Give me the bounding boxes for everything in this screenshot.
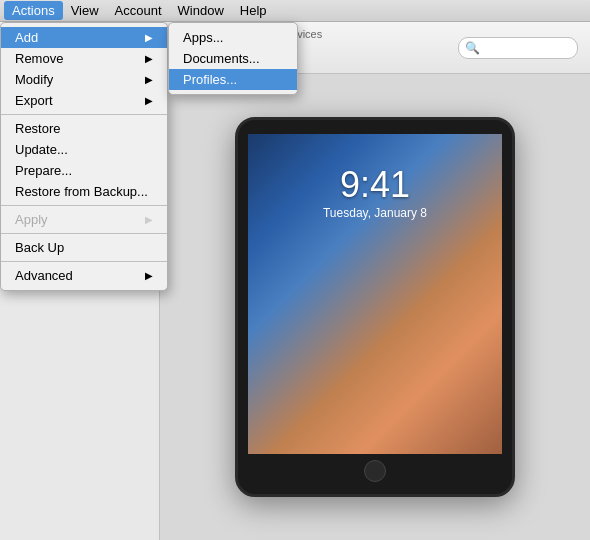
submenu-item-profiles[interactable]: Profiles...: [169, 69, 297, 90]
menubar-help[interactable]: Help: [232, 1, 275, 20]
menu-item-update[interactable]: Update...: [1, 139, 167, 160]
search-icon: 🔍: [465, 41, 480, 55]
submenu-arrow-advanced: ▶: [145, 270, 153, 281]
menu-item-add[interactable]: Add ▶: [1, 27, 167, 48]
submenu-item-apps[interactable]: Apps...: [169, 27, 297, 48]
main-content: 9:41 Tuesday, January 8: [160, 74, 590, 540]
submenu-arrow-remove: ▶: [145, 53, 153, 64]
menu-sep-4: [1, 261, 167, 262]
menu-item-prepare[interactable]: Prepare...: [1, 160, 167, 181]
ipad-body: 9:41 Tuesday, January 8: [235, 117, 515, 497]
menu-item-restore-backup[interactable]: Restore from Backup...: [1, 181, 167, 202]
menubar-account[interactable]: Account: [107, 1, 170, 20]
ipad-date: Tuesday, January 8: [323, 206, 427, 220]
menu-item-advanced[interactable]: Advanced ▶: [1, 265, 167, 286]
menu-item-export[interactable]: Export ▶: [1, 90, 167, 111]
search-box[interactable]: 🔍: [458, 37, 578, 59]
search-input[interactable]: [483, 41, 573, 55]
submenu-arrow-export: ▶: [145, 95, 153, 106]
menubar-window[interactable]: Window: [170, 1, 232, 20]
menubar: Actions View Account Window Help: [0, 0, 590, 22]
submenu-arrow-modify: ▶: [145, 74, 153, 85]
submenu-item-documents[interactable]: Documents...: [169, 48, 297, 69]
menu-item-backup[interactable]: Back Up: [1, 237, 167, 258]
ipad-screen: 9:41 Tuesday, January 8: [248, 134, 502, 454]
menu-sep-1: [1, 114, 167, 115]
menubar-actions[interactable]: Actions: [4, 1, 63, 20]
ipad-time: 9:41: [340, 164, 410, 206]
submenu-arrow-apply: ▶: [145, 214, 153, 225]
menu-item-restore[interactable]: Restore: [1, 118, 167, 139]
ipad-home-button: [364, 460, 386, 482]
menu-item-apply[interactable]: Apply ▶: [1, 209, 167, 230]
menu-sep-2: [1, 205, 167, 206]
menu-item-modify[interactable]: Modify ▶: [1, 69, 167, 90]
ipad-device: 9:41 Tuesday, January 8: [235, 117, 515, 497]
menubar-view[interactable]: View: [63, 1, 107, 20]
submenu-arrow-add: ▶: [145, 32, 153, 43]
menu-item-remove[interactable]: Remove ▶: [1, 48, 167, 69]
menu-sep-3: [1, 233, 167, 234]
add-submenu: Apps... Documents... Profiles...: [168, 22, 298, 95]
actions-menu: Add ▶ Remove ▶ Modify ▶ Export ▶ Restore…: [0, 22, 168, 291]
